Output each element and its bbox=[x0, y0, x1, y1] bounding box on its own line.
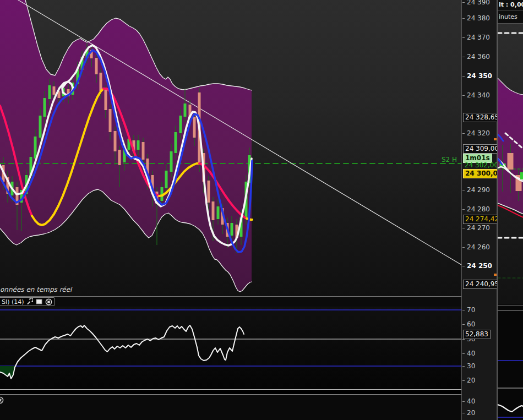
candle-down bbox=[53, 86, 56, 95]
tick-label: 60 bbox=[467, 320, 475, 329]
tick-mark bbox=[462, 339, 465, 340]
candle-up bbox=[39, 116, 42, 138]
tick-label: 24 250 bbox=[467, 261, 492, 270]
candle-down bbox=[118, 150, 121, 165]
indicator-header-bar: SI) (14) bbox=[0, 297, 461, 307]
secondary-chart-canvas bbox=[498, 0, 523, 420]
tick-label: 24 260 bbox=[467, 243, 490, 252]
s2-price-label: 24 302,00 bbox=[463, 161, 500, 170]
candle-down bbox=[105, 89, 107, 110]
timeframe-label: inutes bbox=[499, 13, 517, 20]
price-tick: 24 360 bbox=[462, 52, 497, 61]
candle-down bbox=[95, 58, 98, 74]
close-icon[interactable] bbox=[0, 396, 4, 406]
tick-label: 24 350 bbox=[467, 72, 492, 80]
tick-mark bbox=[462, 247, 465, 248]
tick-label: 20 bbox=[467, 408, 475, 417]
alert-marker bbox=[494, 274, 497, 276]
candle-down bbox=[109, 109, 112, 132]
tick-label: 24 290 bbox=[467, 186, 490, 194]
tick-mark bbox=[462, 57, 465, 57]
rsi-indicator-chip[interactable]: SI) (14) bbox=[0, 297, 55, 306]
alert-marker bbox=[494, 138, 497, 140]
tick-mark bbox=[462, 228, 465, 228]
tick-label: 24 360 bbox=[467, 52, 490, 61]
price-tick: 24 340 bbox=[462, 91, 497, 100]
indicator-tick: 40 bbox=[462, 397, 497, 406]
candle-down bbox=[508, 153, 514, 170]
tick-mark bbox=[462, 366, 465, 367]
price-marker bbox=[520, 172, 523, 179]
price-tick: 24 260 bbox=[462, 243, 497, 252]
tick-label: 24 370 bbox=[467, 33, 490, 42]
rsi-tick: 60 bbox=[462, 320, 497, 329]
price-tick: 24 320 bbox=[462, 129, 497, 138]
candle-up bbox=[175, 132, 177, 153]
price-tick: 24 370 bbox=[462, 33, 497, 42]
tick-label: 24 390 bbox=[467, 0, 490, 7]
main-chart[interactable]: S2 H onnées en temps réel bbox=[0, 0, 461, 297]
panel-separator[interactable] bbox=[0, 389, 497, 390]
tick-label: 24 320 bbox=[467, 129, 490, 138]
candle-up bbox=[231, 223, 233, 236]
price-tick: 24 270 bbox=[462, 223, 497, 232]
wrench-icon[interactable] bbox=[26, 298, 34, 306]
tick-label: 40 bbox=[467, 397, 475, 406]
candle-down bbox=[212, 201, 215, 220]
secondary-chart-panel[interactable]: it : 0,00 $ inutes bbox=[497, 0, 523, 420]
tick-label: 24 340 bbox=[467, 91, 490, 100]
candle-up bbox=[137, 140, 140, 150]
price-tick: 24 280 bbox=[462, 205, 497, 214]
trading-platform-window: S2 H onnées en temps réel SI) (14) 24 39… bbox=[0, 0, 523, 420]
maximize-icon[interactable] bbox=[36, 298, 43, 306]
s2-pivot-label: S2 H bbox=[418, 156, 457, 163]
tick-mark bbox=[462, 95, 465, 96]
candle-up bbox=[34, 137, 37, 159]
tick-mark bbox=[462, 413, 465, 413]
candle-up bbox=[43, 98, 46, 117]
candle-up bbox=[179, 116, 182, 133]
price-tick: 24 350 bbox=[462, 72, 497, 80]
rsi-tick: 30 bbox=[462, 362, 497, 370]
tick-mark bbox=[462, 133, 465, 134]
candle-down bbox=[193, 117, 196, 138]
tick-label: 30 bbox=[467, 362, 475, 370]
profit-readout: it : 0,00 $ bbox=[499, 1, 523, 8]
candle-down bbox=[100, 73, 102, 91]
tick-mark bbox=[462, 324, 465, 325]
candle-up bbox=[184, 103, 187, 117]
price-level-box: 24 240,95 bbox=[463, 280, 501, 289]
main-chart-canvas bbox=[0, 0, 461, 297]
candle-up bbox=[217, 206, 220, 219]
bottom-indicator-panel[interactable] bbox=[0, 395, 461, 420]
tick-mark bbox=[462, 18, 465, 19]
tick-label: 20 bbox=[467, 376, 475, 385]
price-level-box: 24 309,00 bbox=[463, 144, 501, 154]
candle-down bbox=[142, 142, 145, 160]
secondary-rsi-bg bbox=[498, 304, 523, 420]
tick-mark bbox=[462, 190, 465, 190]
tick-mark bbox=[462, 353, 465, 354]
rsi-value-box: 52,883 bbox=[463, 330, 491, 339]
tick-mark bbox=[462, 266, 465, 266]
rsi-canvas bbox=[0, 307, 461, 389]
candle-up bbox=[48, 85, 51, 99]
close-icon[interactable] bbox=[45, 298, 52, 306]
divider bbox=[498, 10, 523, 10]
price-axis[interactable]: 24 39024 38024 37024 36024 35024 34024 3… bbox=[461, 0, 497, 420]
candle-up bbox=[170, 151, 173, 172]
tick-mark bbox=[462, 401, 465, 402]
tick-label: 40 bbox=[467, 349, 475, 358]
candle-down bbox=[208, 181, 210, 203]
rsi-panel[interactable] bbox=[0, 307, 461, 389]
tick-label: 24 270 bbox=[467, 223, 490, 232]
divider bbox=[498, 23, 523, 24]
bollinger-band-fill bbox=[0, 0, 252, 292]
tick-mark bbox=[462, 310, 465, 310]
price-tick: 24 250 bbox=[462, 261, 497, 270]
tick-label: 70 bbox=[467, 306, 475, 314]
rsi-tick: 20 bbox=[462, 376, 497, 385]
slow-ma-value-box: 24 274,42 bbox=[463, 215, 501, 224]
price-tick: 24 380 bbox=[462, 14, 497, 23]
tick-mark bbox=[462, 380, 465, 381]
